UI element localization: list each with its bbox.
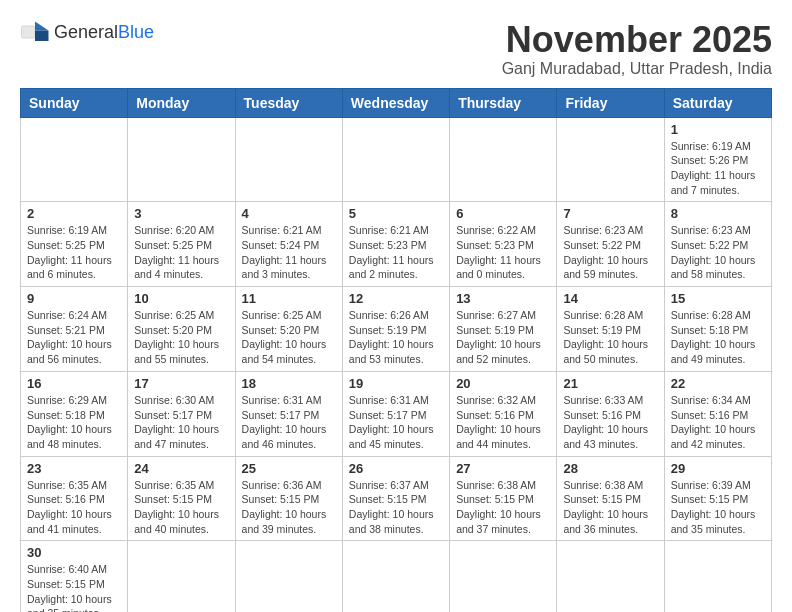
- day-number: 3: [134, 206, 228, 221]
- day-info: Sunrise: 6:33 AM Sunset: 5:16 PM Dayligh…: [563, 393, 657, 452]
- calendar-cell: 30Sunrise: 6:40 AM Sunset: 5:15 PM Dayli…: [21, 541, 128, 612]
- day-number: 8: [671, 206, 765, 221]
- day-info: Sunrise: 6:28 AM Sunset: 5:19 PM Dayligh…: [563, 308, 657, 367]
- logo-text: GeneralBlue: [54, 22, 154, 43]
- calendar-cell: 20Sunrise: 6:32 AM Sunset: 5:16 PM Dayli…: [450, 371, 557, 456]
- day-number: 23: [27, 461, 121, 476]
- day-info: Sunrise: 6:39 AM Sunset: 5:15 PM Dayligh…: [671, 478, 765, 537]
- day-number: 19: [349, 376, 443, 391]
- day-number: 26: [349, 461, 443, 476]
- svg-rect-0: [22, 26, 36, 38]
- day-info: Sunrise: 6:22 AM Sunset: 5:23 PM Dayligh…: [456, 223, 550, 282]
- logo: GeneralBlue: [20, 20, 154, 44]
- day-info: Sunrise: 6:21 AM Sunset: 5:23 PM Dayligh…: [349, 223, 443, 282]
- day-number: 24: [134, 461, 228, 476]
- calendar-cell: 9Sunrise: 6:24 AM Sunset: 5:21 PM Daylig…: [21, 287, 128, 372]
- calendar-cell: [342, 117, 449, 202]
- calendar-week-row: 9Sunrise: 6:24 AM Sunset: 5:21 PM Daylig…: [21, 287, 772, 372]
- calendar-cell: 25Sunrise: 6:36 AM Sunset: 5:15 PM Dayli…: [235, 456, 342, 541]
- calendar-cell: 7Sunrise: 6:23 AM Sunset: 5:22 PM Daylig…: [557, 202, 664, 287]
- day-info: Sunrise: 6:35 AM Sunset: 5:16 PM Dayligh…: [27, 478, 121, 537]
- day-info: Sunrise: 6:31 AM Sunset: 5:17 PM Dayligh…: [242, 393, 336, 452]
- calendar-cell: 4Sunrise: 6:21 AM Sunset: 5:24 PM Daylig…: [235, 202, 342, 287]
- calendar-week-row: 2Sunrise: 6:19 AM Sunset: 5:25 PM Daylig…: [21, 202, 772, 287]
- title-section: November 2025 Ganj Muradabad, Uttar Prad…: [502, 20, 772, 78]
- calendar-week-row: 23Sunrise: 6:35 AM Sunset: 5:16 PM Dayli…: [21, 456, 772, 541]
- col-header-sunday: Sunday: [21, 88, 128, 117]
- calendar-cell: 27Sunrise: 6:38 AM Sunset: 5:15 PM Dayli…: [450, 456, 557, 541]
- col-header-friday: Friday: [557, 88, 664, 117]
- day-number: 16: [27, 376, 121, 391]
- calendar-cell: 10Sunrise: 6:25 AM Sunset: 5:20 PM Dayli…: [128, 287, 235, 372]
- day-info: Sunrise: 6:19 AM Sunset: 5:25 PM Dayligh…: [27, 223, 121, 282]
- day-info: Sunrise: 6:25 AM Sunset: 5:20 PM Dayligh…: [134, 308, 228, 367]
- location-subtitle: Ganj Muradabad, Uttar Pradesh, India: [502, 60, 772, 78]
- day-info: Sunrise: 6:25 AM Sunset: 5:20 PM Dayligh…: [242, 308, 336, 367]
- calendar-cell: 26Sunrise: 6:37 AM Sunset: 5:15 PM Dayli…: [342, 456, 449, 541]
- calendar-cell: 23Sunrise: 6:35 AM Sunset: 5:16 PM Dayli…: [21, 456, 128, 541]
- day-info: Sunrise: 6:36 AM Sunset: 5:15 PM Dayligh…: [242, 478, 336, 537]
- day-info: Sunrise: 6:19 AM Sunset: 5:26 PM Dayligh…: [671, 139, 765, 198]
- day-number: 11: [242, 291, 336, 306]
- day-info: Sunrise: 6:35 AM Sunset: 5:15 PM Dayligh…: [134, 478, 228, 537]
- calendar-cell: 22Sunrise: 6:34 AM Sunset: 5:16 PM Dayli…: [664, 371, 771, 456]
- day-info: Sunrise: 6:40 AM Sunset: 5:15 PM Dayligh…: [27, 562, 121, 612]
- calendar-cell: 8Sunrise: 6:23 AM Sunset: 5:22 PM Daylig…: [664, 202, 771, 287]
- day-info: Sunrise: 6:28 AM Sunset: 5:18 PM Dayligh…: [671, 308, 765, 367]
- day-info: Sunrise: 6:23 AM Sunset: 5:22 PM Dayligh…: [563, 223, 657, 282]
- calendar-cell: 6Sunrise: 6:22 AM Sunset: 5:23 PM Daylig…: [450, 202, 557, 287]
- day-info: Sunrise: 6:31 AM Sunset: 5:17 PM Dayligh…: [349, 393, 443, 452]
- calendar-cell: 1Sunrise: 6:19 AM Sunset: 5:26 PM Daylig…: [664, 117, 771, 202]
- day-number: 29: [671, 461, 765, 476]
- day-number: 10: [134, 291, 228, 306]
- calendar-cell: [235, 541, 342, 612]
- day-info: Sunrise: 6:38 AM Sunset: 5:15 PM Dayligh…: [563, 478, 657, 537]
- calendar-cell: [235, 117, 342, 202]
- calendar-cell: 21Sunrise: 6:33 AM Sunset: 5:16 PM Dayli…: [557, 371, 664, 456]
- day-number: 17: [134, 376, 228, 391]
- day-number: 18: [242, 376, 336, 391]
- calendar-week-row: 30Sunrise: 6:40 AM Sunset: 5:15 PM Dayli…: [21, 541, 772, 612]
- day-info: Sunrise: 6:37 AM Sunset: 5:15 PM Dayligh…: [349, 478, 443, 537]
- calendar-cell: 16Sunrise: 6:29 AM Sunset: 5:18 PM Dayli…: [21, 371, 128, 456]
- calendar-cell: [342, 541, 449, 612]
- day-number: 21: [563, 376, 657, 391]
- col-header-tuesday: Tuesday: [235, 88, 342, 117]
- calendar-cell: 11Sunrise: 6:25 AM Sunset: 5:20 PM Dayli…: [235, 287, 342, 372]
- day-info: Sunrise: 6:20 AM Sunset: 5:25 PM Dayligh…: [134, 223, 228, 282]
- calendar-cell: [128, 117, 235, 202]
- col-header-saturday: Saturday: [664, 88, 771, 117]
- calendar-week-row: 1Sunrise: 6:19 AM Sunset: 5:26 PM Daylig…: [21, 117, 772, 202]
- calendar-cell: [450, 117, 557, 202]
- day-info: Sunrise: 6:30 AM Sunset: 5:17 PM Dayligh…: [134, 393, 228, 452]
- calendar-cell: 18Sunrise: 6:31 AM Sunset: 5:17 PM Dayli…: [235, 371, 342, 456]
- calendar-cell: [21, 117, 128, 202]
- calendar-cell: 15Sunrise: 6:28 AM Sunset: 5:18 PM Dayli…: [664, 287, 771, 372]
- logo-icon: [20, 20, 50, 44]
- day-info: Sunrise: 6:27 AM Sunset: 5:19 PM Dayligh…: [456, 308, 550, 367]
- day-number: 2: [27, 206, 121, 221]
- calendar-cell: [664, 541, 771, 612]
- day-info: Sunrise: 6:34 AM Sunset: 5:16 PM Dayligh…: [671, 393, 765, 452]
- day-info: Sunrise: 6:29 AM Sunset: 5:18 PM Dayligh…: [27, 393, 121, 452]
- col-header-wednesday: Wednesday: [342, 88, 449, 117]
- day-number: 20: [456, 376, 550, 391]
- day-info: Sunrise: 6:21 AM Sunset: 5:24 PM Dayligh…: [242, 223, 336, 282]
- day-number: 9: [27, 291, 121, 306]
- day-number: 12: [349, 291, 443, 306]
- col-header-thursday: Thursday: [450, 88, 557, 117]
- calendar-cell: 14Sunrise: 6:28 AM Sunset: 5:19 PM Dayli…: [557, 287, 664, 372]
- calendar-table: SundayMondayTuesdayWednesdayThursdayFrid…: [20, 88, 772, 612]
- calendar-week-row: 16Sunrise: 6:29 AM Sunset: 5:18 PM Dayli…: [21, 371, 772, 456]
- day-number: 13: [456, 291, 550, 306]
- calendar-cell: 24Sunrise: 6:35 AM Sunset: 5:15 PM Dayli…: [128, 456, 235, 541]
- day-info: Sunrise: 6:23 AM Sunset: 5:22 PM Dayligh…: [671, 223, 765, 282]
- day-number: 28: [563, 461, 657, 476]
- calendar-cell: 2Sunrise: 6:19 AM Sunset: 5:25 PM Daylig…: [21, 202, 128, 287]
- calendar-cell: [128, 541, 235, 612]
- day-number: 30: [27, 545, 121, 560]
- day-number: 27: [456, 461, 550, 476]
- calendar-cell: 12Sunrise: 6:26 AM Sunset: 5:19 PM Dayli…: [342, 287, 449, 372]
- calendar-cell: 13Sunrise: 6:27 AM Sunset: 5:19 PM Dayli…: [450, 287, 557, 372]
- calendar-cell: 29Sunrise: 6:39 AM Sunset: 5:15 PM Dayli…: [664, 456, 771, 541]
